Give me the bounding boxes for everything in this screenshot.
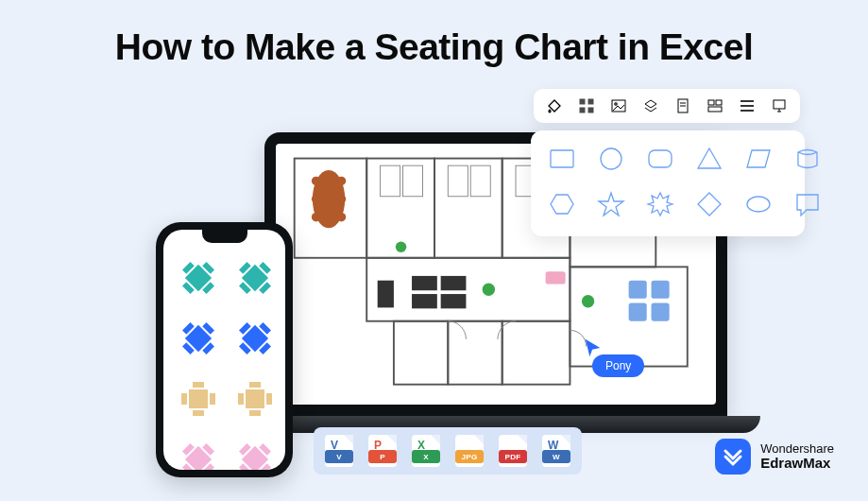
seating-table (233, 256, 277, 303)
svg-rect-5 (366, 258, 570, 321)
phone-display (163, 230, 285, 470)
phone-mockup (156, 222, 293, 477)
collab-cursor: Pony (583, 337, 604, 362)
shape-ellipse[interactable] (744, 191, 773, 221)
svg-point-14 (337, 195, 347, 204)
brand-line2: EdrawMax (760, 456, 834, 472)
shape-burst[interactable] (646, 191, 674, 221)
svg-rect-8 (448, 321, 502, 385)
svg-rect-66 (238, 393, 244, 405)
shape-circle[interactable] (597, 146, 625, 176)
export-format-v[interactable]: VV (325, 435, 353, 467)
svg-rect-61 (181, 393, 187, 405)
svg-rect-20 (470, 165, 490, 197)
seating-table (233, 438, 277, 470)
svg-rect-59 (193, 382, 204, 388)
svg-rect-93 (774, 100, 785, 109)
seating-table (177, 317, 220, 364)
fill-icon[interactable] (547, 98, 562, 113)
svg-rect-36 (629, 303, 647, 321)
brand-logo-icon (715, 439, 751, 475)
svg-rect-34 (629, 281, 647, 299)
export-format-x[interactable]: XX (412, 435, 440, 467)
svg-rect-26 (441, 276, 467, 290)
present-icon[interactable] (772, 98, 787, 113)
svg-point-13 (312, 195, 321, 204)
svg-rect-35 (652, 281, 670, 299)
export-format-p[interactable]: PP (368, 435, 397, 467)
svg-point-15 (312, 213, 321, 222)
phone-notch (202, 230, 247, 243)
brand-logo-block: Wondershare EdrawMax (715, 439, 834, 475)
shape-star[interactable] (597, 191, 625, 221)
svg-rect-78 (580, 99, 585, 104)
shape-rectangle[interactable] (548, 146, 576, 176)
page-icon[interactable] (675, 98, 690, 113)
seating-table (177, 377, 220, 424)
shape-speech-bubble[interactable] (793, 191, 822, 221)
image-icon[interactable] (611, 98, 626, 113)
svg-rect-67 (266, 393, 272, 405)
svg-rect-18 (402, 165, 422, 197)
svg-rect-37 (652, 303, 670, 321)
svg-rect-19 (448, 165, 468, 197)
align-icon[interactable] (707, 98, 723, 113)
export-formats-bar: VVPPXXJPGPDFWW (314, 427, 582, 475)
svg-point-31 (483, 284, 495, 296)
export-format-pdf[interactable]: PDF (499, 435, 527, 467)
svg-point-12 (337, 177, 347, 186)
grid-icon[interactable] (579, 98, 594, 113)
svg-rect-96 (551, 150, 573, 167)
svg-rect-33 (546, 271, 566, 284)
svg-rect-80 (580, 108, 585, 112)
svg-rect-65 (249, 410, 261, 416)
page-title: How to Make a Seating Chart in Excel (0, 26, 868, 68)
svg-point-30 (396, 242, 406, 252)
svg-point-32 (582, 295, 594, 307)
svg-point-99 (747, 197, 770, 212)
seating-table (177, 438, 220, 470)
shape-rounded-rect[interactable] (646, 146, 674, 176)
layers-icon[interactable] (643, 98, 658, 113)
svg-rect-89 (708, 107, 722, 112)
svg-point-11 (312, 177, 321, 186)
svg-rect-17 (381, 165, 400, 197)
svg-rect-98 (649, 150, 672, 167)
svg-rect-7 (394, 321, 448, 385)
seating-table (177, 256, 220, 303)
svg-rect-27 (412, 294, 437, 308)
brand-text: Wondershare EdrawMax (760, 442, 834, 472)
svg-rect-88 (716, 100, 722, 105)
export-format-jpg[interactable]: JPG (455, 435, 484, 467)
svg-rect-2 (434, 159, 502, 258)
svg-rect-87 (708, 100, 714, 105)
svg-point-16 (337, 213, 347, 222)
svg-rect-64 (249, 382, 261, 388)
shape-palette (531, 130, 805, 236)
shape-triangle[interactable] (695, 146, 723, 176)
shape-cylinder[interactable] (793, 146, 822, 176)
shape-parallelogram[interactable] (744, 146, 773, 176)
svg-rect-62 (210, 393, 215, 405)
collab-user-label: Pony (592, 354, 644, 377)
svg-rect-60 (193, 410, 204, 416)
seating-table (233, 317, 277, 364)
svg-point-83 (615, 103, 618, 106)
svg-rect-58 (189, 389, 208, 408)
export-format-w[interactable]: WW (542, 435, 570, 467)
brand-line1: Wondershare (760, 442, 834, 456)
shape-hexagon[interactable] (548, 191, 576, 221)
svg-rect-81 (588, 108, 593, 112)
svg-rect-28 (441, 294, 467, 308)
svg-rect-79 (588, 99, 593, 104)
svg-rect-9 (502, 321, 570, 385)
seating-table (233, 377, 277, 424)
shape-diamond[interactable] (695, 191, 723, 221)
svg-rect-29 (378, 281, 394, 308)
distribute-icon[interactable] (740, 98, 755, 113)
svg-rect-63 (246, 389, 264, 408)
icon-toolbar (534, 89, 800, 123)
svg-point-97 (601, 148, 621, 169)
svg-rect-25 (412, 276, 437, 290)
